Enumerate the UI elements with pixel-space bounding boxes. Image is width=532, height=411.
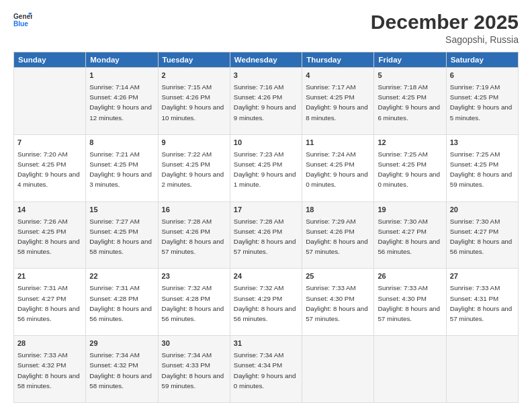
calendar-cell: 19Sunrise: 7:30 AMSunset: 4:27 PMDayligh… (374, 201, 446, 269)
calendar-week-5: 28Sunrise: 7:33 AMSunset: 4:32 PMDayligh… (14, 336, 519, 403)
day-number: 31 (234, 338, 298, 349)
day-number: 22 (89, 271, 154, 282)
sunrise-text: Sunrise: 7:18 AMSunset: 4:25 PMDaylight:… (378, 83, 440, 122)
day-number: 30 (162, 338, 226, 349)
calendar-cell: 24Sunrise: 7:32 AMSunset: 4:29 PMDayligh… (230, 269, 302, 336)
sunrise-text: Sunrise: 7:25 AMSunset: 4:25 PMDaylight:… (378, 150, 440, 189)
calendar-week-1: 1Sunrise: 7:14 AMSunset: 4:26 PMDaylight… (14, 68, 519, 135)
col-friday: Friday (374, 52, 446, 68)
calendar-cell: 18Sunrise: 7:29 AMSunset: 4:26 PMDayligh… (302, 201, 374, 269)
day-number: 29 (89, 338, 154, 349)
calendar-table: Sunday Monday Tuesday Wednesday Thursday… (13, 52, 519, 403)
day-number: 17 (234, 205, 298, 216)
sunrise-text: Sunrise: 7:22 AMSunset: 4:25 PMDaylight:… (162, 150, 224, 189)
calendar-cell: 11Sunrise: 7:24 AMSunset: 4:25 PMDayligh… (302, 134, 374, 201)
day-number: 26 (378, 271, 442, 282)
sunrise-text: Sunrise: 7:33 AMSunset: 4:31 PMDaylight:… (450, 284, 513, 322)
col-monday: Monday (86, 52, 158, 68)
col-tuesday: Tuesday (158, 52, 230, 68)
sunrise-text: Sunrise: 7:17 AMSunset: 4:25 PMDaylight:… (306, 83, 368, 122)
calendar-cell: 12Sunrise: 7:25 AMSunset: 4:25 PMDayligh… (374, 134, 446, 201)
calendar-cell (14, 68, 86, 135)
day-number: 24 (234, 271, 298, 282)
page: General Blue December 2025 Sagopshi, Rus… (0, 0, 532, 411)
sunrise-text: Sunrise: 7:33 AMSunset: 4:32 PMDaylight:… (17, 351, 80, 390)
sunrise-text: Sunrise: 7:15 AMSunset: 4:26 PMDaylight:… (162, 83, 224, 122)
calendar-cell: 2Sunrise: 7:15 AMSunset: 4:26 PMDaylight… (158, 68, 230, 135)
sunrise-text: Sunrise: 7:33 AMSunset: 4:30 PMDaylight:… (306, 284, 368, 322)
sunrise-text: Sunrise: 7:30 AMSunset: 4:27 PMDaylight:… (450, 218, 513, 256)
calendar-cell: 15Sunrise: 7:27 AMSunset: 4:25 PMDayligh… (86, 201, 158, 269)
sunrise-text: Sunrise: 7:34 AMSunset: 4:34 PMDaylight:… (234, 351, 296, 390)
sunrise-text: Sunrise: 7:25 AMSunset: 4:25 PMDaylight:… (450, 150, 513, 189)
calendar-cell: 31Sunrise: 7:34 AMSunset: 4:34 PMDayligh… (230, 336, 302, 403)
sunrise-text: Sunrise: 7:14 AMSunset: 4:26 PMDaylight:… (89, 83, 152, 122)
sunrise-text: Sunrise: 7:21 AMSunset: 4:25 PMDaylight:… (89, 150, 152, 189)
calendar-cell: 21Sunrise: 7:31 AMSunset: 4:27 PMDayligh… (14, 269, 86, 336)
calendar-week-3: 14Sunrise: 7:26 AMSunset: 4:25 PMDayligh… (14, 201, 519, 269)
logo-icon: General Blue (13, 11, 32, 30)
day-number: 18 (306, 205, 370, 216)
logo: General Blue (13, 11, 32, 30)
col-sunday: Sunday (14, 52, 86, 68)
day-number: 23 (162, 271, 226, 282)
col-saturday: Saturday (446, 52, 518, 68)
day-number: 1 (89, 71, 154, 81)
sunrise-text: Sunrise: 7:32 AMSunset: 4:29 PMDaylight:… (234, 284, 296, 322)
sunrise-text: Sunrise: 7:16 AMSunset: 4:26 PMDaylight:… (234, 83, 296, 122)
calendar-cell: 28Sunrise: 7:33 AMSunset: 4:32 PMDayligh… (14, 336, 86, 403)
calendar-cell: 16Sunrise: 7:28 AMSunset: 4:26 PMDayligh… (158, 201, 230, 269)
title-block: December 2025 Sagopshi, Russia (371, 11, 519, 45)
calendar-cell: 1Sunrise: 7:14 AMSunset: 4:26 PMDaylight… (86, 68, 158, 135)
day-number: 10 (234, 138, 298, 148)
sunrise-text: Sunrise: 7:20 AMSunset: 4:25 PMDaylight:… (17, 150, 80, 189)
sunrise-text: Sunrise: 7:32 AMSunset: 4:28 PMDaylight:… (162, 284, 224, 322)
calendar-cell: 14Sunrise: 7:26 AMSunset: 4:25 PMDayligh… (14, 201, 86, 269)
subtitle: Sagopshi, Russia (371, 34, 519, 45)
sunrise-text: Sunrise: 7:29 AMSunset: 4:26 PMDaylight:… (306, 218, 368, 256)
day-number: 8 (89, 138, 154, 148)
calendar-cell: 29Sunrise: 7:34 AMSunset: 4:32 PMDayligh… (86, 336, 158, 403)
calendar-cell: 17Sunrise: 7:28 AMSunset: 4:26 PMDayligh… (230, 201, 302, 269)
calendar-cell: 8Sunrise: 7:21 AMSunset: 4:25 PMDaylight… (86, 134, 158, 201)
calendar-cell: 9Sunrise: 7:22 AMSunset: 4:25 PMDaylight… (158, 134, 230, 201)
day-number: 6 (450, 71, 515, 81)
sunrise-text: Sunrise: 7:31 AMSunset: 4:27 PMDaylight:… (17, 284, 80, 322)
calendar-cell: 26Sunrise: 7:33 AMSunset: 4:30 PMDayligh… (374, 269, 446, 336)
sunrise-text: Sunrise: 7:28 AMSunset: 4:26 PMDaylight:… (234, 218, 296, 256)
sunrise-text: Sunrise: 7:30 AMSunset: 4:27 PMDaylight:… (378, 218, 440, 256)
calendar-cell: 7Sunrise: 7:20 AMSunset: 4:25 PMDaylight… (14, 134, 86, 201)
day-number: 5 (378, 71, 442, 81)
day-number: 16 (162, 205, 226, 216)
calendar-cell (374, 336, 446, 403)
day-number: 2 (162, 71, 226, 81)
calendar-cell: 30Sunrise: 7:34 AMSunset: 4:33 PMDayligh… (158, 336, 230, 403)
sunrise-text: Sunrise: 7:19 AMSunset: 4:25 PMDaylight:… (450, 83, 513, 122)
calendar-cell: 3Sunrise: 7:16 AMSunset: 4:26 PMDaylight… (230, 68, 302, 135)
calendar-cell: 10Sunrise: 7:23 AMSunset: 4:25 PMDayligh… (230, 134, 302, 201)
day-number: 14 (17, 205, 82, 216)
sunrise-text: Sunrise: 7:34 AMSunset: 4:33 PMDaylight:… (162, 351, 224, 390)
header: General Blue December 2025 Sagopshi, Rus… (13, 11, 519, 45)
day-number: 28 (17, 338, 82, 349)
calendar-cell: 5Sunrise: 7:18 AMSunset: 4:25 PMDaylight… (374, 68, 446, 135)
calendar-week-4: 21Sunrise: 7:31 AMSunset: 4:27 PMDayligh… (14, 269, 519, 336)
sunrise-text: Sunrise: 7:24 AMSunset: 4:25 PMDaylight:… (306, 150, 368, 189)
header-row: Sunday Monday Tuesday Wednesday Thursday… (14, 52, 519, 68)
calendar-cell: 23Sunrise: 7:32 AMSunset: 4:28 PMDayligh… (158, 269, 230, 336)
day-number: 25 (306, 271, 370, 282)
calendar-cell: 20Sunrise: 7:30 AMSunset: 4:27 PMDayligh… (446, 201, 518, 269)
day-number: 12 (378, 138, 442, 148)
day-number: 9 (162, 138, 226, 148)
sunrise-text: Sunrise: 7:26 AMSunset: 4:25 PMDaylight:… (17, 218, 80, 256)
svg-text:Blue: Blue (13, 20, 28, 28)
calendar-cell (446, 336, 518, 403)
calendar-cell: 13Sunrise: 7:25 AMSunset: 4:25 PMDayligh… (446, 134, 518, 201)
main-title: December 2025 (371, 11, 519, 33)
day-number: 4 (306, 71, 370, 81)
day-number: 15 (89, 205, 154, 216)
sunrise-text: Sunrise: 7:31 AMSunset: 4:28 PMDaylight:… (89, 284, 152, 322)
calendar-cell: 6Sunrise: 7:19 AMSunset: 4:25 PMDaylight… (446, 68, 518, 135)
sunrise-text: Sunrise: 7:23 AMSunset: 4:25 PMDaylight:… (234, 150, 296, 189)
sunrise-text: Sunrise: 7:27 AMSunset: 4:25 PMDaylight:… (89, 218, 152, 256)
